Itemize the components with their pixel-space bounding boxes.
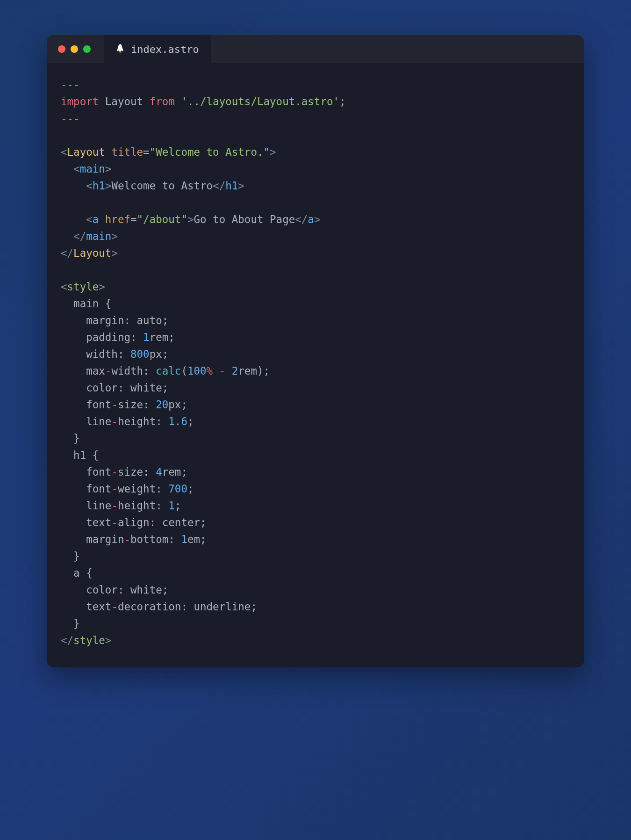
code-token: - xyxy=(105,365,112,377)
code-token: a xyxy=(308,213,314,225)
code-token: ; xyxy=(187,483,194,495)
code-token: - xyxy=(111,516,118,529)
code-token: % xyxy=(207,365,213,377)
code-token: > xyxy=(238,180,244,192)
tab-index-astro[interactable]: index.astro xyxy=(104,35,211,63)
code-token: < xyxy=(86,213,93,225)
code-token: --- xyxy=(61,112,80,124)
code-token: </ xyxy=(213,180,225,192)
code-token: rem xyxy=(162,466,181,478)
code-token: = xyxy=(130,213,137,225)
maximize-icon[interactable] xyxy=(83,45,91,53)
code-token: Go to About Page xyxy=(194,213,295,225)
code-token: : xyxy=(143,398,156,411)
code-token: > xyxy=(111,247,118,259)
code-token: 800 xyxy=(130,348,150,360)
code-token: Layout xyxy=(73,247,111,259)
code-token: < xyxy=(61,146,67,158)
code-token: title xyxy=(111,146,143,158)
code-token: ( xyxy=(181,365,187,377)
code-token: size xyxy=(118,466,143,478)
code-token: : xyxy=(181,601,194,613)
code-token: import xyxy=(61,95,99,108)
code-token: margin xyxy=(61,533,124,545)
code-token: 4 xyxy=(156,466,162,478)
code-token: - xyxy=(111,466,118,478)
code-token: style xyxy=(73,634,105,646)
code-token: ; xyxy=(200,516,207,529)
code-token: - xyxy=(219,365,226,377)
code-token: rem xyxy=(238,365,257,377)
code-token: size xyxy=(118,398,143,411)
code-editor[interactable]: --- import Layout from '../layouts/Layou… xyxy=(47,63,584,667)
code-token: - xyxy=(111,398,118,411)
code-token: Welcome to Astro xyxy=(111,180,213,192)
code-token: > xyxy=(105,163,112,175)
code-token: > xyxy=(187,213,194,225)
code-token: bottom xyxy=(130,533,168,545)
code-token: --- xyxy=(61,79,80,91)
code-token: Layout xyxy=(67,146,105,158)
code-token: height xyxy=(118,415,156,427)
code-token: < xyxy=(61,281,67,293)
code-token: px xyxy=(150,348,162,360)
code-token: : xyxy=(150,516,162,529)
code-token: ; xyxy=(200,533,207,545)
code-token: ; xyxy=(162,382,169,394)
code-token: decoration xyxy=(118,601,181,613)
code-token: ; xyxy=(251,601,257,613)
code-token: color xyxy=(61,382,118,394)
code-token: underline xyxy=(194,601,251,613)
code-token: > xyxy=(99,281,105,293)
code-token: 1.6 xyxy=(168,415,187,427)
code-token: a xyxy=(93,213,99,225)
code-token: ; xyxy=(181,466,187,478)
code-token: ; xyxy=(181,398,187,411)
minimize-icon[interactable] xyxy=(71,45,78,53)
code-token: } xyxy=(61,617,80,630)
code-token xyxy=(225,365,232,377)
code-token: : xyxy=(118,584,130,596)
code-token: em xyxy=(187,533,200,545)
code-token: - xyxy=(111,500,118,512)
code-token: ; xyxy=(187,415,194,427)
code-token: h1 xyxy=(225,180,238,192)
code-token: ; xyxy=(264,365,270,377)
code-token: : xyxy=(156,483,168,495)
code-token: ; xyxy=(339,95,346,108)
code-token: </ xyxy=(61,634,73,646)
code-token: h1 { xyxy=(61,449,99,461)
code-token: ; xyxy=(162,584,169,596)
code-token xyxy=(61,213,86,225)
code-token: main { xyxy=(61,297,111,310)
code-token xyxy=(61,163,73,175)
code-token: px xyxy=(168,398,181,411)
code-token: ; xyxy=(175,500,181,512)
code-token: "/about" xyxy=(137,213,187,225)
code-token: weight xyxy=(118,483,156,495)
code-token: auto xyxy=(137,314,162,326)
code-token: 100 xyxy=(187,365,207,377)
code-token: : xyxy=(143,466,156,478)
code-token xyxy=(105,146,112,158)
code-token: font xyxy=(61,398,111,411)
code-token: font xyxy=(61,466,111,478)
code-token: align xyxy=(118,516,150,529)
title-bar: index.astro xyxy=(47,35,584,63)
code-token: Layout xyxy=(99,95,149,108)
code-token: width xyxy=(111,365,143,377)
code-token: width xyxy=(61,348,118,360)
code-token: font xyxy=(61,483,111,495)
code-token: ; xyxy=(162,314,169,326)
code-token: line xyxy=(61,415,111,427)
code-token: = xyxy=(143,146,150,158)
code-token: - xyxy=(111,601,118,613)
code-token: - xyxy=(111,483,118,495)
code-token: white xyxy=(130,382,162,394)
code-token: : xyxy=(143,365,156,377)
close-icon[interactable] xyxy=(58,45,65,53)
code-token: : xyxy=(118,348,130,360)
code-token: center xyxy=(162,516,200,529)
code-token: calc xyxy=(156,365,181,377)
code-token: href xyxy=(105,213,130,225)
